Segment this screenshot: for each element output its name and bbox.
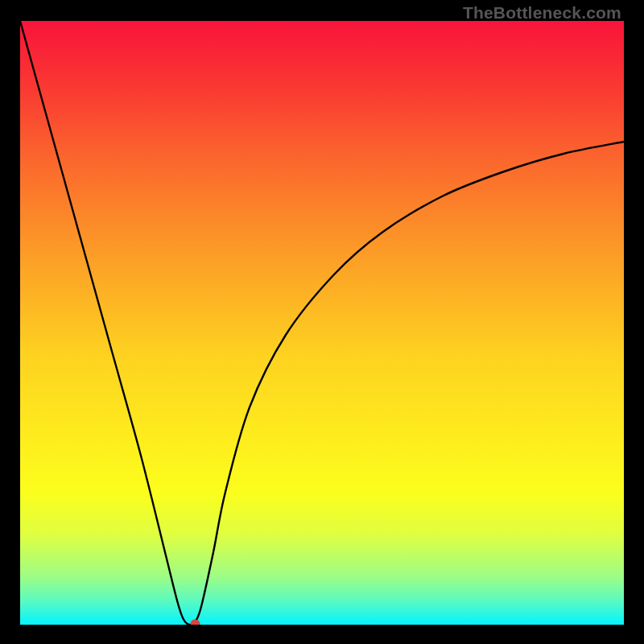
watermark-text: TheBottleneck.com	[463, 3, 621, 23]
plot-svg	[20, 21, 624, 625]
gradient-background	[20, 21, 624, 625]
chart-frame: TheBottleneck.com	[0, 0, 644, 644]
plot-area	[20, 21, 624, 625]
